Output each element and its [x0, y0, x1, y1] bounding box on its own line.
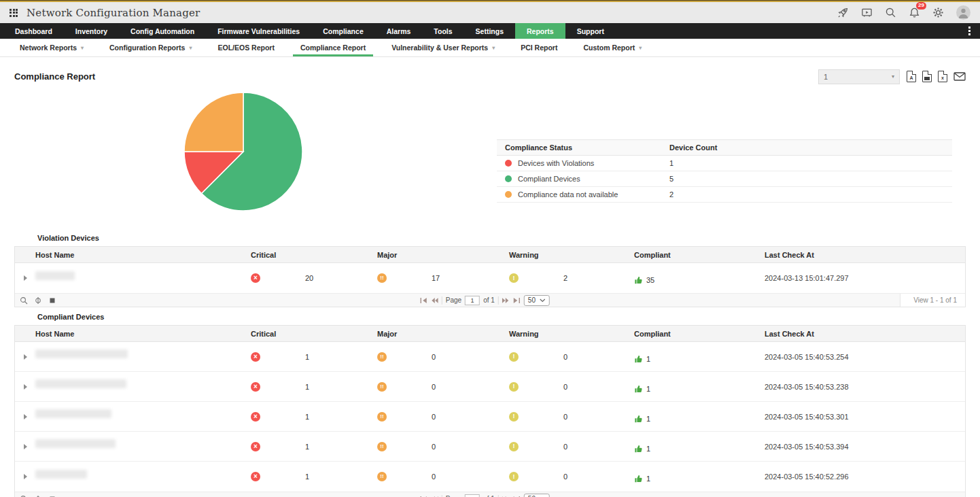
subnav-item[interactable]: EOL/EOS Report ▾ — [205, 39, 287, 56]
subnav-item[interactable]: Compliance Report ▾ — [287, 39, 379, 56]
critical-count: 1 — [305, 413, 309, 421]
device-row: ×1 !!0 !0 1 2024-03-05 15:40:53.301 — [15, 402, 965, 432]
nav-item[interactable]: Tools — [422, 23, 463, 39]
subnav-item[interactable]: Vulnerability & User Reports ▾ — [379, 39, 508, 56]
export-html-icon[interactable] — [922, 71, 932, 82]
col-warning[interactable]: Warning — [509, 251, 634, 259]
page-number-input[interactable] — [465, 296, 480, 305]
expand-row-icon[interactable] — [24, 474, 27, 479]
apps-grid-icon[interactable] — [10, 9, 18, 17]
subnav-item[interactable]: Network Reports ▾ — [7, 39, 97, 56]
last-check-at: 2024-03-05 15:40:53.254 — [765, 353, 965, 361]
next-page-icon[interactable] — [502, 297, 510, 304]
nav-item[interactable]: Compliance — [311, 23, 375, 39]
warning-icon: ! — [509, 412, 519, 422]
critical-count: 20 — [305, 274, 313, 282]
pie-slice[interactable] — [184, 92, 243, 152]
expand-row-icon[interactable] — [24, 414, 27, 419]
critical-icon: × — [251, 352, 260, 362]
last-page-icon[interactable] — [513, 297, 521, 304]
major-count: 0 — [432, 473, 436, 481]
thumbs-up-icon — [634, 275, 644, 285]
grid-view-icon[interactable] — [48, 296, 56, 305]
thumbs-up-icon — [634, 414, 644, 424]
warning-icon: ! — [509, 382, 519, 392]
reset-filter-icon[interactable] — [34, 495, 42, 497]
compliant-rows: ×1 !!0 !0 1 2024-03-05 15:40:53.254 ×1 !… — [15, 342, 965, 492]
compliant-count: 35 — [646, 276, 654, 284]
col-host-name[interactable]: Host Name — [35, 330, 251, 338]
col-host-name[interactable]: Host Name — [35, 251, 251, 259]
table-search-icon[interactable] — [20, 495, 28, 497]
notifications[interactable]: 29 — [909, 7, 920, 18]
grid-view-icon[interactable] — [48, 495, 56, 497]
user-avatar[interactable] — [956, 5, 970, 20]
demo-video-icon[interactable] — [861, 7, 873, 18]
col-warning[interactable]: Warning — [509, 330, 634, 338]
nav-item[interactable]: Config Automation — [119, 23, 206, 39]
col-compliant[interactable]: Compliant — [634, 330, 765, 338]
compliance-pie-chart[interactable] — [183, 91, 304, 212]
legend-header-status: Compliance Status — [505, 143, 669, 152]
critical-count: 1 — [305, 383, 309, 391]
device-row: ×1 !!0 !0 1 2024-03-05 15:40:53.394 — [15, 432, 965, 462]
major-icon: !! — [377, 273, 387, 283]
subnav-item[interactable]: Configuration Reports ▾ — [97, 39, 205, 56]
expand-row-icon[interactable] — [24, 444, 27, 449]
chevron-down-icon: ▾ — [492, 45, 495, 51]
col-last-check[interactable]: Last Check At — [765, 251, 965, 259]
major-count: 0 — [432, 413, 436, 421]
page-number-input[interactable] — [465, 494, 480, 497]
compliant-count: 1 — [646, 415, 650, 423]
page-of-text: of 1 — [483, 296, 495, 304]
page-size-select[interactable]: 50 — [524, 494, 550, 497]
major-count: 0 — [432, 383, 436, 391]
page-size-select[interactable]: 50 — [524, 295, 550, 306]
thumbs-up-icon — [634, 474, 644, 483]
nav-items: Dashboard Inventory Config Automation Fi… — [3, 23, 616, 39]
col-major[interactable]: Major — [377, 330, 509, 338]
col-critical[interactable]: Critical — [251, 330, 377, 338]
host-name-redacted — [35, 470, 87, 479]
col-compliant[interactable]: Compliant — [634, 251, 765, 259]
nav-item[interactable]: Alarms — [375, 23, 423, 39]
nav-item[interactable]: Inventory — [64, 23, 119, 39]
nav-item[interactable]: Dashboard — [3, 23, 64, 39]
nav-more-kebab-icon[interactable] — [959, 23, 980, 39]
nav-item[interactable]: Settings — [464, 23, 515, 39]
subnav-item[interactable]: Custom Report ▾ — [570, 39, 654, 56]
legend-row: Compliance data not available 2 — [497, 187, 952, 203]
major-icon: !! — [377, 412, 387, 422]
email-report-icon[interactable] — [953, 72, 966, 81]
major-icon: !! — [377, 352, 387, 362]
first-page-icon[interactable] — [420, 297, 427, 304]
major-icon: !! — [377, 472, 387, 481]
rocket-icon[interactable] — [837, 7, 849, 18]
nav-item[interactable]: Reports — [515, 23, 565, 39]
prev-page-icon[interactable] — [431, 297, 438, 304]
report-number-select[interactable]: 1 ▾ — [818, 69, 900, 84]
report-number-value: 1 — [824, 73, 828, 81]
expand-row-icon[interactable] — [24, 275, 27, 281]
warning-count: 2 — [563, 274, 567, 282]
nav-item[interactable]: Support — [565, 23, 616, 39]
chevron-down-icon: ▾ — [892, 73, 894, 80]
compliant-count: 1 — [646, 475, 650, 483]
settings-gear-icon[interactable] — [932, 7, 944, 18]
export-pdf-icon[interactable]: A — [907, 71, 916, 82]
last-check-at: 2024-03-05 15:40:53.394 — [765, 443, 965, 451]
table-search-icon[interactable] — [20, 296, 28, 305]
expand-row-icon[interactable] — [24, 354, 27, 360]
export-xls-icon[interactable]: x — [938, 71, 947, 82]
col-major[interactable]: Major — [377, 251, 509, 259]
critical-count: 1 — [305, 353, 309, 361]
search-icon[interactable] — [885, 7, 896, 18]
compliant-count: 1 — [646, 445, 650, 453]
subnav-item[interactable]: PCI Report ▾ — [508, 39, 570, 56]
expand-row-icon[interactable] — [24, 384, 27, 390]
col-critical[interactable]: Critical — [251, 251, 377, 259]
header-icons: 29 — [837, 5, 970, 20]
col-last-check[interactable]: Last Check At — [765, 330, 965, 338]
nav-item[interactable]: Firmware Vulnerabilities — [206, 23, 311, 39]
reset-filter-icon[interactable] — [34, 296, 42, 305]
